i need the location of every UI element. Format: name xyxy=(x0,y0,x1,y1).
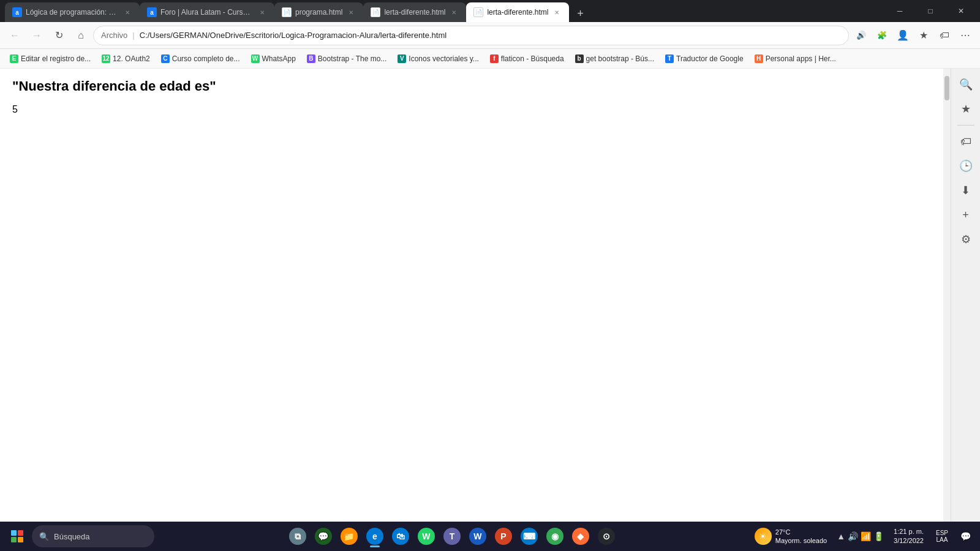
tab-label: lerta-diferente.html xyxy=(487,8,548,17)
bookmark-label: Editar el registro de... xyxy=(21,54,91,63)
right-sidebar: 🔍★🏷🕒⬇+⚙ xyxy=(951,69,980,551)
bookmark-favicon: 12 xyxy=(102,54,110,63)
bookmark-item[interactable]: EEditar el registro de... xyxy=(5,51,96,67)
search-icon[interactable]: 🔍 xyxy=(955,73,977,96)
read-aloud-button[interactable]: 🔊 xyxy=(851,26,871,45)
tab-label: Lógica de programación: Primer... xyxy=(26,8,119,17)
battery-icon[interactable]: 🔋 xyxy=(873,531,884,541)
start-button[interactable] xyxy=(5,524,29,549)
account-button[interactable]: 👤 xyxy=(893,26,913,45)
settings-icon[interactable]: ⚙ xyxy=(955,228,977,250)
tab-favicon: 📄 xyxy=(371,7,380,17)
collections-icon[interactable]: 🏷 xyxy=(955,130,977,152)
taskbar-search[interactable]: 🔍 Búsqueda xyxy=(32,525,154,547)
chrome-icon: ◉ xyxy=(546,528,564,545)
nav-bar: ← → ↻ ⌂ Archivo | C:/Users/GERMAN/OneDri… xyxy=(0,22,980,49)
taskbar-app-word[interactable]: W xyxy=(466,524,490,549)
forward-button[interactable]: → xyxy=(27,26,47,45)
bookmark-item[interactable]: fflaticon - Búsqueda xyxy=(485,51,569,67)
nav-right-buttons: 🔊 🧩 👤 ★ 🏷 ⋯ xyxy=(851,26,975,45)
taskbar-app-file-explorer[interactable]: 📁 xyxy=(337,524,361,549)
weather-temp: 27°C xyxy=(775,528,827,536)
bookmark-favicon: C xyxy=(161,54,170,63)
history-icon[interactable]: 🕒 xyxy=(955,155,977,177)
bookmark-label: Iconos vectoriales y... xyxy=(409,54,479,63)
taskbar-app-chat-app[interactable]: 💬 xyxy=(311,524,336,549)
tab-close-button[interactable]: ✕ xyxy=(346,7,356,17)
taskbar-app-microsoft-store[interactable]: 🛍 xyxy=(388,524,413,549)
clock-date: 3/12/2022 xyxy=(894,536,924,545)
weather-desc: Mayorm. soleado xyxy=(775,536,827,545)
bookmark-item[interactable]: HPersonal apps | Her... xyxy=(750,51,841,67)
sidebar-divider xyxy=(957,125,974,126)
browser-tab-tab4[interactable]: 📄lerta-diferente.html✕ xyxy=(363,2,466,22)
bookmark-item[interactable]: 1212. OAuth2 xyxy=(97,51,155,67)
bookmark-label: flaticon - Búsqueda xyxy=(501,54,564,63)
tab-strip: aLógica de programación: Primer...✕aForo… xyxy=(5,0,881,22)
scrollbar-thumb[interactable] xyxy=(944,76,949,100)
scrollbar-track[interactable] xyxy=(943,69,951,551)
tab-close-button[interactable]: ✕ xyxy=(552,7,562,17)
bookmark-item[interactable]: WWhatsApp xyxy=(246,51,301,67)
network-icon[interactable]: 📶 xyxy=(861,531,871,541)
favorites-icon[interactable]: ★ xyxy=(955,98,977,120)
taskbar-clock[interactable]: 1:21 p. m. 3/12/2022 xyxy=(889,527,929,546)
title-bar: aLógica de programación: Primer...✕aForo… xyxy=(0,0,980,22)
favorites-button[interactable]: ★ xyxy=(914,26,933,45)
file-explorer-icon: 📁 xyxy=(341,528,358,545)
taskbar-app-vscode[interactable]: ⌨ xyxy=(517,524,541,549)
taskbar-app-github[interactable]: ⊙ xyxy=(594,524,619,549)
taskbar-app-chrome[interactable]: ◉ xyxy=(543,524,567,549)
weather-widget[interactable]: ☀ 27°C Mayorm. soleado xyxy=(750,528,832,545)
bookmark-label: 12. OAuth2 xyxy=(113,54,150,63)
locale-indicator[interactable]: ESP LAA xyxy=(933,530,951,543)
bookmark-item[interactable]: BBootstrap - The mo... xyxy=(302,51,392,67)
taskbar-app-whatsapp[interactable]: W xyxy=(414,524,439,549)
plus-icon[interactable]: + xyxy=(955,204,977,226)
bookmark-item[interactable]: bget bootstrap - Bús... xyxy=(570,51,659,67)
tab-favicon: 📄 xyxy=(282,7,292,17)
tab-favicon: 📄 xyxy=(473,7,483,17)
bookmark-item[interactable]: CCurso completo de... xyxy=(156,51,245,67)
collections-button[interactable]: 🏷 xyxy=(935,26,954,45)
more-tools-button[interactable]: ⋯ xyxy=(956,26,975,45)
home-button[interactable]: ⌂ xyxy=(71,26,91,45)
taskbar-app-another-app[interactable]: ◆ xyxy=(568,524,593,549)
chevron-up-icon[interactable]: ▲ xyxy=(837,531,845,541)
browser-tab-tab3[interactable]: 📄programa.html✕ xyxy=(274,2,363,22)
maximize-button[interactable]: □ xyxy=(916,0,944,22)
tab-close-button[interactable]: ✕ xyxy=(257,7,267,17)
edge-browser-icon: e xyxy=(366,528,383,545)
whatsapp-icon: W xyxy=(418,528,435,545)
tab-label: lerta-diferente.html xyxy=(384,8,445,17)
taskbar-app-task-view[interactable]: ⧉ xyxy=(285,524,310,549)
bookmark-label: Curso completo de... xyxy=(172,54,240,63)
downloads-icon[interactable]: ⬇ xyxy=(955,179,977,201)
address-protocol: Archivo xyxy=(101,31,127,40)
tab-label: programa.html xyxy=(295,8,342,17)
browser-tab-tab2[interactable]: aForo | Alura Latam - Cursos onli...✕ xyxy=(140,2,274,22)
address-bar[interactable]: Archivo | C:/Users/GERMAN/OneDrive/Escri… xyxy=(93,26,849,45)
taskbar-app-teams[interactable]: T xyxy=(440,524,464,549)
taskbar-app-edge-browser[interactable]: e xyxy=(363,524,387,549)
taskbar-app-powerpoint[interactable]: P xyxy=(491,524,516,549)
browser-tab-tab1[interactable]: aLógica de programación: Primer...✕ xyxy=(5,2,140,22)
refresh-button[interactable]: ↻ xyxy=(49,26,69,45)
bookmark-item[interactable]: VIconos vectoriales y... xyxy=(393,51,484,67)
bookmark-item[interactable]: TTraductor de Google xyxy=(660,51,748,67)
back-button[interactable]: ← xyxy=(5,26,24,45)
tab-close-button[interactable]: ✕ xyxy=(449,7,459,17)
extensions-button[interactable]: 🧩 xyxy=(872,26,892,45)
bookmark-label: get bootstrap - Bús... xyxy=(586,54,654,63)
weather-icon: ☀ xyxy=(755,528,772,545)
volume-icon[interactable]: 🔊 xyxy=(848,531,858,541)
minimize-button[interactable]: ─ xyxy=(886,0,914,22)
browser-tab-tab5[interactable]: 📄lerta-diferente.html✕ xyxy=(466,2,569,22)
address-text[interactable]: C:/Users/GERMAN/OneDrive/Escritorio/Logi… xyxy=(140,31,841,40)
close-button[interactable]: ✕ xyxy=(947,0,975,22)
tab-close-button[interactable]: ✕ xyxy=(123,7,132,17)
windows-icon xyxy=(11,530,23,542)
notification-button[interactable]: 💬 xyxy=(956,527,975,546)
new-tab-button[interactable]: + xyxy=(571,5,589,22)
tab-favicon: a xyxy=(147,7,157,17)
